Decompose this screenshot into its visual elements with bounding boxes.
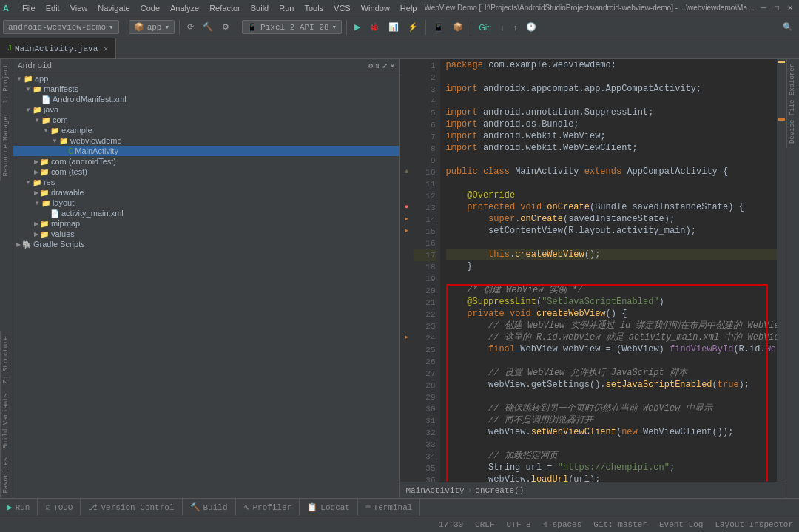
device-dropdown[interactable]: 📱 Pixel 2 API 28 ▾ bbox=[242, 20, 342, 34]
favorites-tab[interactable]: Favorites bbox=[0, 453, 13, 498]
logcat-tab[interactable]: 📋 Logcat bbox=[300, 499, 358, 516]
folder-icon: 📁 bbox=[41, 199, 50, 207]
tree-item-res[interactable]: ▼ 📁 res bbox=[13, 177, 400, 187]
logcat-label: Logcat bbox=[320, 503, 350, 512]
encoding-display[interactable]: UTF-8 bbox=[507, 520, 531, 529]
structure-tab[interactable]: Z: Structure bbox=[0, 331, 13, 388]
apply-changes-button[interactable]: ⚡ bbox=[405, 21, 421, 33]
project-tab[interactable]: 1: Project bbox=[0, 59, 13, 108]
tree-item-java[interactable]: ▼ 📁 java bbox=[13, 104, 400, 115]
tree-item-androidtest[interactable]: ▶ 📁 com (androidTest) bbox=[13, 156, 400, 166]
device-file-explorer-tab[interactable]: Device File Explorer bbox=[786, 59, 799, 148]
vcs-button[interactable]: Git: bbox=[476, 21, 494, 33]
todo-icon: ☑ bbox=[45, 502, 50, 512]
menu-navigate[interactable]: Navigate bbox=[93, 2, 134, 14]
code-line-9 bbox=[446, 154, 778, 166]
close-panel-icon[interactable]: ✕ bbox=[390, 61, 394, 70]
menu-vcs[interactable]: VCS bbox=[329, 2, 355, 14]
terminal-tab[interactable]: ⌨ Terminal bbox=[358, 499, 420, 516]
menu-tools[interactable]: Tools bbox=[300, 2, 328, 14]
layout-inspector-button[interactable]: Layout Inspector bbox=[715, 520, 793, 529]
tree-item-app[interactable]: ▼ 📁 app bbox=[13, 73, 400, 84]
window-title: WebView Demo [H:\Projects\AndroidStudioP… bbox=[424, 4, 755, 12]
menu-help[interactable]: Help bbox=[396, 2, 422, 14]
build-bottom-tab[interactable]: 🔨 Build bbox=[183, 499, 236, 516]
menu-refactor[interactable]: Refactor bbox=[205, 2, 245, 14]
tree-item-gradle[interactable]: ▶ 🐘 Gradle Scripts bbox=[13, 239, 400, 249]
todo-bottom-tab[interactable]: ☑ TODO bbox=[38, 499, 81, 516]
menu-window[interactable]: Window bbox=[357, 2, 394, 14]
breadcrumb-method[interactable]: onCreate() bbox=[475, 486, 524, 495]
sdk-button[interactable]: 📦 bbox=[450, 21, 466, 33]
tree-item-mipmap[interactable]: ▶ 📁 mipmap bbox=[13, 218, 400, 229]
menu-view[interactable]: View bbox=[66, 2, 92, 14]
tree-item-com[interactable]: ▼ 📁 com bbox=[13, 115, 400, 125]
build-button[interactable]: 🔨 bbox=[200, 21, 216, 33]
vcs-update-button[interactable]: ↓ bbox=[497, 21, 508, 33]
device-icon: 📱 bbox=[247, 22, 257, 32]
folder-icon: 📁 bbox=[40, 158, 49, 166]
menu-build[interactable]: Build bbox=[246, 2, 273, 14]
profiler-tab[interactable]: ∿ Profiler bbox=[236, 499, 300, 516]
build-variants-tab[interactable]: Build Variants bbox=[0, 388, 13, 454]
sync-button[interactable]: ⟳ bbox=[184, 21, 197, 33]
menu-run[interactable]: Run bbox=[274, 2, 298, 14]
vcs-status[interactable]: Git: master bbox=[593, 520, 647, 529]
project-header-actions: ⚙ ⇅ ⤢ ✕ bbox=[368, 61, 394, 70]
search-everywhere-button[interactable]: 🔍 bbox=[780, 21, 796, 33]
line-ending-display[interactable]: CRLF bbox=[475, 520, 494, 529]
separator-1 bbox=[124, 20, 124, 35]
code-line-4 bbox=[446, 95, 778, 107]
menu-code[interactable]: Code bbox=[136, 2, 164, 14]
tree-item-mainactivity[interactable]: C MainActivity bbox=[13, 146, 400, 156]
code-line-14: super.onCreate(savedInstanceState); bbox=[446, 213, 778, 225]
left-gutter: ⚠●►►► bbox=[400, 59, 414, 482]
version-control-tab[interactable]: ⎇ Version Control bbox=[81, 499, 182, 516]
tree-item-androidmanifest[interactable]: 📄 AndroidManifest.xml bbox=[13, 94, 400, 104]
tab-label: MainActivity.java bbox=[15, 44, 98, 53]
menu-analyze[interactable]: Analyze bbox=[166, 2, 203, 14]
tab-mainactivity[interactable]: J MainActivity.java ✕ bbox=[0, 38, 116, 58]
tree-item-test[interactable]: ▶ 📁 com (test) bbox=[13, 166, 400, 177]
event-log-button[interactable]: Event Log bbox=[659, 520, 703, 529]
expand-icon[interactable]: ⤢ bbox=[382, 61, 388, 70]
code-scroll-area[interactable]: package com.example.webviewdemo; import … bbox=[440, 59, 778, 482]
project-dropdown[interactable]: android-webview-demo ▾ bbox=[3, 20, 119, 34]
run-button[interactable]: ▶ bbox=[351, 21, 363, 33]
avd-button[interactable]: 📱 bbox=[431, 21, 447, 33]
arrow-icon: ▶ bbox=[16, 241, 21, 248]
breadcrumb-class[interactable]: MainActivity bbox=[406, 486, 465, 495]
tree-item-example[interactable]: ▼ 📁 example bbox=[13, 125, 400, 135]
code-line-32: webView.setWebViewClient(new WebViewClie… bbox=[446, 426, 778, 438]
menu-edit[interactable]: Edit bbox=[41, 2, 64, 14]
gear-icon[interactable]: ⚙ bbox=[368, 61, 373, 70]
tab-close-icon[interactable]: ✕ bbox=[104, 44, 108, 53]
folder-icon: 📁 bbox=[40, 168, 49, 176]
debug-button[interactable]: 🐞 bbox=[366, 21, 382, 33]
indent-display[interactable]: 4 spaces bbox=[543, 520, 582, 529]
menu-file[interactable]: File bbox=[18, 2, 40, 14]
tree-item-drawable[interactable]: ▶ 📁 drawable bbox=[13, 187, 400, 198]
close-button[interactable]: ✕ bbox=[784, 2, 796, 14]
editor-area: ⚠●►►► 1234567891011121314151617181920212… bbox=[400, 59, 786, 498]
resource-manager-tab[interactable]: Resource Manager bbox=[0, 108, 13, 181]
profile-button[interactable]: 📊 bbox=[385, 21, 402, 33]
tree-item-activitymain[interactable]: 📄 activity_main.xml bbox=[13, 208, 400, 218]
module-dropdown[interactable]: 📦 app ▾ bbox=[129, 20, 175, 34]
terminal-label: Terminal bbox=[374, 503, 413, 512]
vcs-history-button[interactable]: 🕐 bbox=[523, 21, 539, 33]
run-bottom-tab[interactable]: ▶ Run bbox=[0, 499, 38, 516]
tree-label: layout bbox=[53, 198, 74, 207]
sort-icon[interactable]: ⇅ bbox=[375, 61, 380, 70]
code-line-26 bbox=[446, 355, 778, 367]
restore-button[interactable]: □ bbox=[771, 2, 783, 14]
tree-item-manifests[interactable]: ▼ 📁 manifests bbox=[13, 84, 400, 94]
code-line-21: @SuppressLint("SetJavaScriptEnabled") bbox=[446, 296, 778, 308]
tree-item-webviewdemo[interactable]: ▼ 📁 webviewdemo bbox=[13, 135, 400, 146]
minimize-button[interactable]: ─ bbox=[758, 2, 769, 14]
tree-item-layout[interactable]: ▼ 📁 layout bbox=[13, 198, 400, 208]
vcs-push-button[interactable]: ↑ bbox=[510, 21, 521, 33]
tree-item-values[interactable]: ▶ 📁 values bbox=[13, 229, 400, 239]
profiler-label: Profiler bbox=[253, 503, 292, 512]
settings-button[interactable]: ⚙ bbox=[219, 21, 232, 33]
